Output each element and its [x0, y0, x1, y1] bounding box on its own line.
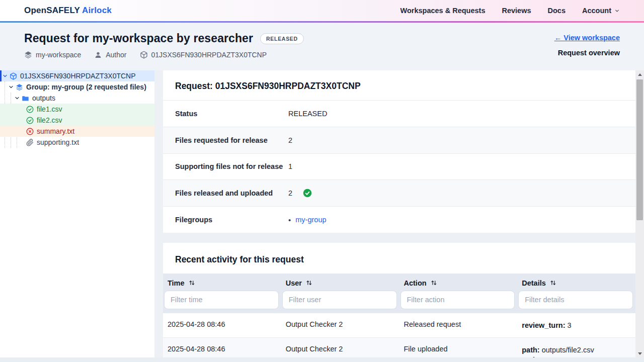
cell-user: Output Checker 2: [281, 338, 399, 357]
filegroup-link[interactable]: my-group: [295, 216, 326, 224]
nav-workspaces-requests[interactable]: Workspaces & Requests: [400, 7, 486, 15]
cell-action: File uploaded: [399, 338, 518, 357]
detail-key: review_turn:: [522, 321, 565, 329]
brand-secondary: Airlock: [82, 6, 112, 15]
request-summary-card: Request: 01JSXS6FN930HRPDAZT3X0TCNP Stat…: [163, 70, 635, 233]
info-row-files-requested: Files requested for release 2: [163, 127, 635, 153]
sort-icon[interactable]: [189, 280, 195, 286]
nav-docs[interactable]: Docs: [548, 7, 566, 15]
activity-table-header: Time User Action Details: [163, 274, 635, 291]
info-label: Filegroups: [175, 216, 288, 224]
layers-icon: [24, 51, 32, 59]
chevron-down-icon[interactable]: [2, 73, 8, 79]
info-value: 2: [288, 189, 292, 197]
tree-item-label: Group: my-group (2 requested files): [26, 83, 146, 91]
bullet-marker: •: [288, 216, 291, 224]
check-circle-filled-icon: [303, 189, 312, 198]
request-overview-link[interactable]: Request overview: [558, 49, 620, 57]
filter-details-input[interactable]: [518, 291, 633, 309]
tree-item-label: supporting.txt: [37, 138, 79, 146]
nav-account-menu[interactable]: Account: [582, 7, 620, 15]
package-icon: [140, 51, 148, 59]
cell-details: path: outputs/file2.csv review_turn: 3: [517, 338, 635, 357]
tree-item-file1[interactable]: file1.csv: [0, 104, 154, 115]
column-label: Details: [522, 279, 546, 287]
tree-item-label: summary.txt: [37, 127, 74, 135]
info-value: 2: [288, 136, 292, 144]
info-row-files-released: Files released and uploaded 2: [163, 179, 635, 206]
tree-item-label: file1.csv: [37, 105, 62, 113]
tree-item-summary[interactable]: summary.txt: [0, 126, 154, 137]
user-icon: [94, 51, 102, 59]
detail-key: path:: [522, 346, 539, 354]
request-card-title: Request: 01JSXS6FN930HRPDAZT3X0TCNP: [163, 70, 635, 100]
info-value: 1: [288, 162, 292, 170]
filter-user-input[interactable]: [282, 291, 397, 309]
cell-time: 2025-04-28 08:46: [163, 338, 281, 357]
info-value: • my-group: [288, 216, 327, 224]
meta-author: Author: [94, 51, 126, 59]
view-workspace-link[interactable]: ← View workspace: [554, 34, 620, 42]
filter-action-input[interactable]: [400, 291, 515, 309]
chevron-down-icon[interactable]: [14, 95, 20, 101]
cell-action: Released request: [399, 313, 518, 337]
tree-item-label: file2.csv: [37, 116, 62, 124]
sort-icon[interactable]: [431, 280, 437, 286]
info-label: Files released and uploaded: [175, 189, 288, 197]
paperclip-icon: [26, 139, 34, 146]
meta-workspace-label: my-workspace: [36, 51, 81, 59]
detail-key: review_turn:: [522, 356, 565, 357]
sort-icon[interactable]: [550, 280, 556, 286]
scrollbar-thumb[interactable]: [636, 79, 643, 220]
sort-icon[interactable]: [306, 280, 312, 286]
column-header-user[interactable]: User: [281, 274, 399, 291]
column-header-time[interactable]: Time: [163, 274, 281, 291]
detail-value: 3: [568, 356, 572, 357]
x-circle-icon: [26, 128, 34, 135]
folder-icon: [22, 95, 29, 102]
nav-reviews[interactable]: Reviews: [502, 7, 531, 15]
column-header-details[interactable]: Details: [517, 274, 635, 291]
tree-item-supporting[interactable]: supporting.txt: [0, 137, 154, 148]
tree-item-label: outputs: [32, 94, 55, 102]
brand-logo[interactable]: OpenSAFELY Airlock: [24, 6, 112, 16]
top-navbar: OpenSAFELY Airlock Workspaces & Requests…: [0, 0, 644, 21]
meta-author-label: Author: [106, 51, 126, 59]
vertical-scrollbar[interactable]: [635, 70, 644, 357]
column-label: Time: [168, 279, 185, 287]
filter-time-input[interactable]: [164, 291, 279, 309]
nav-account-label: Account: [582, 7, 611, 15]
tree-item-file2[interactable]: file2.csv: [0, 115, 154, 126]
header-right: ← View workspace Request overview: [554, 32, 620, 70]
content-area: 01JSXS6FN930HRPDAZT3X0TCNP Group: my-gro…: [0, 70, 644, 357]
meta-request-id-label: 01JSXS6FN930HRPDAZT3X0TCNP: [151, 51, 267, 59]
tree-item-label: 01JSXS6FN930HRPDAZT3X0TCNP: [20, 72, 136, 80]
chevron-down-icon[interactable]: [8, 84, 14, 90]
info-row-supporting-files: Supporting files not for release 1: [163, 153, 635, 180]
cell-user: Output Checker 2: [281, 313, 399, 337]
column-header-action[interactable]: Action: [399, 274, 518, 291]
layers-icon: [16, 83, 23, 91]
layout-gap: [154, 70, 163, 357]
info-value: RELEASED: [288, 110, 327, 118]
title-row: Request for my-workspace by researcher R…: [24, 32, 304, 45]
status-badge: RELEASED: [260, 33, 304, 44]
page-header: Request for my-workspace by researcher R…: [0, 23, 644, 70]
bottom-strip: [0, 357, 644, 362]
brand-primary: OpenSAFELY: [24, 6, 80, 15]
scrollbar-down-arrow[interactable]: [635, 349, 644, 357]
tree-item-outputs-folder[interactable]: outputs: [0, 93, 154, 104]
info-row-filegroups: Filegroups • my-group: [163, 206, 635, 233]
detail-value: outputs/file2.csv: [542, 346, 594, 354]
activity-row: 2025-04-28 08:46 Output Checker 2 File u…: [163, 337, 635, 357]
cell-details: review_turn: 3: [517, 313, 635, 337]
info-label: Status: [175, 110, 288, 118]
activity-card-title: Recent activity for this request: [163, 243, 635, 274]
scrollbar-up-arrow[interactable]: [635, 70, 644, 78]
tree-item-request-id[interactable]: 01JSXS6FN930HRPDAZT3X0TCNP: [0, 70, 154, 81]
recent-activity-card: Recent activity for this request Time Us…: [163, 243, 635, 357]
column-label: Action: [404, 279, 427, 287]
tree-item-group[interactable]: Group: my-group (2 requested files): [0, 81, 154, 93]
package-icon: [10, 72, 17, 80]
info-row-status: Status RELEASED: [163, 100, 635, 127]
